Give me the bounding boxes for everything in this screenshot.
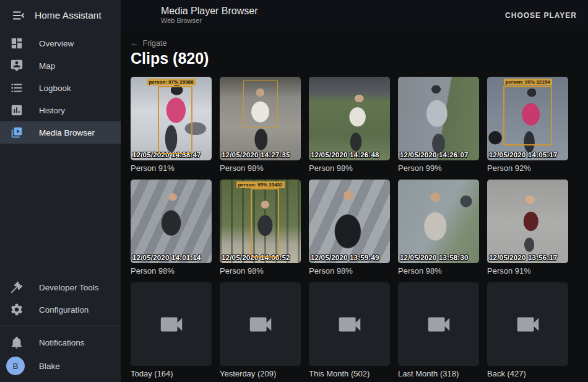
clip-card[interactable]: person: 95% 23432 12/05/2020 14:00:52 Pe…: [220, 180, 301, 276]
clip-caption: Person 91%: [487, 266, 568, 276]
view-dashboard-icon: [10, 37, 24, 50]
sidebar-item-user[interactable]: B Blake: [0, 354, 121, 378]
clip-card[interactable]: 12/05/2020 14:27:35 Person 98%: [220, 77, 301, 173]
folder-thumbnail: [487, 282, 568, 366]
sidebar-item-label: Overview: [39, 39, 74, 48]
clip-thumbnail: 12/05/2020 13:59:49: [309, 180, 390, 263]
clip-caption: Person 98%: [220, 163, 301, 173]
folder-card-today[interactable]: Today (164): [131, 282, 212, 379]
clip-thumbnail: person: 97% 29988 12/05/2020 14:38:47: [131, 77, 212, 160]
videocam-icon: [246, 310, 275, 339]
clip-thumbnail: 12/05/2020 13:56:17: [487, 180, 568, 263]
home-assistant-app: Home Assistant Overview Map Logbook: [0, 0, 588, 382]
breadcrumb-label: Frigate: [143, 39, 167, 48]
app-name: Home Assistant: [35, 10, 102, 21]
sidebar-item-media-browser[interactable]: Media Browser: [0, 121, 121, 144]
videocam-icon: [425, 310, 453, 339]
play-box-multiple-icon: [10, 126, 24, 139]
page-subtitle: Web Browser: [161, 17, 258, 25]
clip-caption: Person 98%: [220, 266, 301, 276]
clip-caption: Person 91%: [131, 163, 212, 173]
clip-card[interactable]: 12/05/2020 13:59:49 Person 98%: [309, 180, 390, 276]
sidebar-item-label: Configuration: [39, 305, 89, 315]
clip-caption: Person 98%: [309, 266, 390, 276]
clip-card[interactable]: person: 96% 32154 12/05/2020 14:05:17 Pe…: [487, 77, 568, 173]
back-arrow-icon: ←: [131, 39, 139, 48]
clip-timestamp: 12/05/2020 13:58:30: [400, 254, 469, 261]
clip-card[interactable]: 12/05/2020 13:56:17 Person 91%: [487, 180, 568, 276]
main-panel: Media Player Browser Web Browser CHOOSE …: [121, 0, 588, 382]
sidebar-bottom: Developer Tools Configuration Notificati…: [0, 276, 121, 382]
user-name: Blake: [39, 362, 60, 371]
clip-card[interactable]: 12/05/2020 14:26:07 Person 99%: [398, 77, 479, 173]
videocam-icon: [335, 310, 364, 339]
clip-card[interactable]: 12/05/2020 13:58:30 Person 98%: [398, 180, 479, 276]
folder-card-this-month[interactable]: This Month (502): [309, 282, 390, 379]
bounding-box: [158, 86, 192, 154]
breadcrumb[interactable]: ← Frigate: [131, 39, 166, 48]
folder-label: Back (427): [487, 369, 568, 379]
clip-card[interactable]: 12/05/2020 14:01:14 Person 98%: [131, 180, 212, 276]
clip-thumbnail: 12/05/2020 14:26:48: [309, 77, 390, 160]
avatar: B: [6, 357, 25, 375]
clip-thumbnail: 12/05/2020 14:27:35: [220, 77, 301, 160]
hammer-icon: [10, 280, 24, 294]
folder-thumbnail: [309, 282, 390, 366]
gear-icon: [10, 303, 24, 316]
sidebar-item-label: Notifications: [39, 338, 85, 347]
detection-label: person: 95% 23432: [236, 181, 284, 188]
account-tooltip-icon: [10, 59, 24, 72]
detection-label: person: 96% 32154: [503, 79, 551, 85]
folder-thumbnail: [131, 282, 212, 366]
clip-timestamp: 12/05/2020 13:56:17: [489, 254, 558, 261]
folder-thumbnail: [220, 282, 301, 366]
sidebar-header: Home Assistant: [0, 0, 121, 30]
sidebar-item-map[interactable]: Map: [0, 54, 121, 77]
section-title: Clips (820): [131, 50, 578, 67]
clip-thumbnail: 12/05/2020 14:26:07: [398, 77, 479, 160]
folder-label: This Month (502): [309, 369, 390, 379]
clip-timestamp: 12/05/2020 14:27:35: [222, 151, 290, 158]
sidebar-item-developer-tools[interactable]: Developer Tools: [0, 276, 121, 298]
clip-caption: Person 99%: [398, 163, 479, 173]
sidebar-toggle-icon[interactable]: [6, 3, 31, 28]
clip-card[interactable]: 12/05/2020 14:26:48 Person 98%: [309, 77, 390, 173]
folder-card-back[interactable]: Back (427): [487, 282, 568, 379]
sidebar-item-label: Logbook: [39, 84, 71, 93]
app-bar: Media Player Browser Web Browser CHOOSE …: [121, 0, 588, 30]
clip-timestamp: 12/05/2020 14:01:14: [132, 254, 201, 261]
detection-label: person: 97% 29988: [147, 79, 195, 85]
bounding-box: [243, 80, 278, 128]
bounding-box: [251, 188, 279, 258]
sidebar-item-label: Media Browser: [39, 128, 95, 137]
clip-caption: Person 92%: [487, 163, 568, 173]
clip-thumbnail: 12/05/2020 14:01:14: [131, 180, 212, 263]
sidebar-item-notifications[interactable]: Notifications: [0, 331, 121, 354]
clip-timestamp: 12/05/2020 14:26:48: [311, 151, 379, 158]
choose-player-button[interactable]: CHOOSE PLAYER: [505, 11, 577, 20]
sidebar-item-overview[interactable]: Overview: [0, 32, 121, 54]
clip-timestamp: 12/05/2020 13:59:49: [311, 254, 379, 261]
sidebar-item-history[interactable]: History: [0, 99, 121, 121]
clip-thumbnail: person: 96% 32154 12/05/2020 14:05:17: [487, 77, 568, 160]
sidebar-item-label: Map: [39, 61, 55, 71]
clip-thumbnail: person: 95% 23432 12/05/2020 14:00:52: [220, 180, 301, 263]
sidebar-item-configuration[interactable]: Configuration: [0, 298, 121, 321]
clip-timestamp: 12/05/2020 14:05:17: [489, 151, 558, 158]
folder-label: Today (164): [131, 369, 212, 379]
chart-box-icon: [10, 103, 24, 117]
folder-card-last-month[interactable]: Last Month (318): [398, 282, 479, 379]
sidebar-divider: [0, 326, 121, 326]
bounding-box: [503, 86, 552, 145]
clips-grid: person: 97% 29988 12/05/2020 14:38:47 Pe…: [131, 77, 578, 379]
sidebar-item-label: Developer Tools: [39, 283, 99, 292]
app-bar-titles: Media Player Browser Web Browser: [161, 6, 258, 25]
folder-thumbnail: [398, 282, 479, 366]
clip-card[interactable]: person: 97% 29988 12/05/2020 14:38:47 Pe…: [131, 77, 212, 173]
clip-timestamp: 12/05/2020 14:26:07: [400, 151, 469, 158]
videocam-icon: [514, 310, 542, 339]
folder-label: Yesterday (209): [220, 369, 301, 379]
sidebar-item-logbook[interactable]: Logbook: [0, 77, 121, 99]
clip-caption: Person 98%: [398, 266, 479, 276]
folder-card-yesterday[interactable]: Yesterday (209): [220, 282, 301, 379]
